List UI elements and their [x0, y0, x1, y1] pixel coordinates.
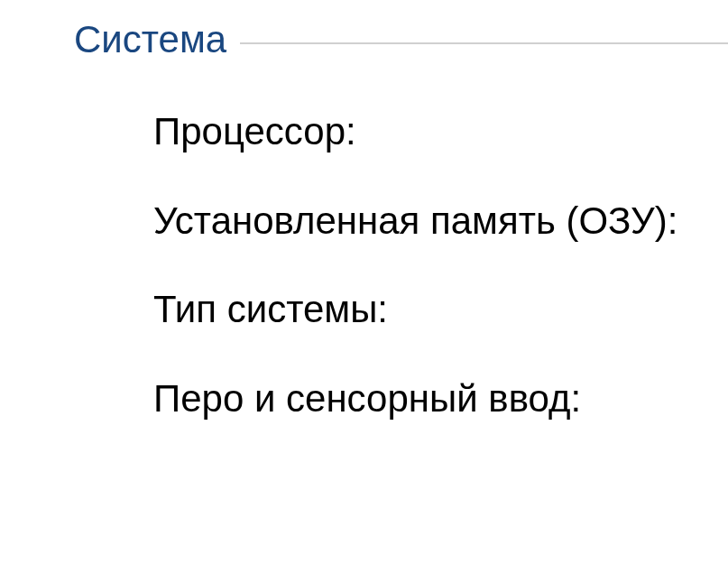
section-header: Система [0, 18, 728, 61]
properties-list: Процессор: Установленная память (ОЗУ): Т… [0, 106, 728, 425]
system-type-label: Тип системы: [153, 284, 728, 336]
divider-line [240, 42, 728, 44]
pen-touch-label: Перо и сенсорный ввод: [153, 374, 728, 425]
processor-label: Процессор: [153, 106, 728, 158]
system-section: Система Процессор: Установленная память … [0, 18, 728, 425]
section-title: Система [0, 18, 240, 61]
installed-memory-label: Установленная память (ОЗУ): [153, 196, 728, 247]
